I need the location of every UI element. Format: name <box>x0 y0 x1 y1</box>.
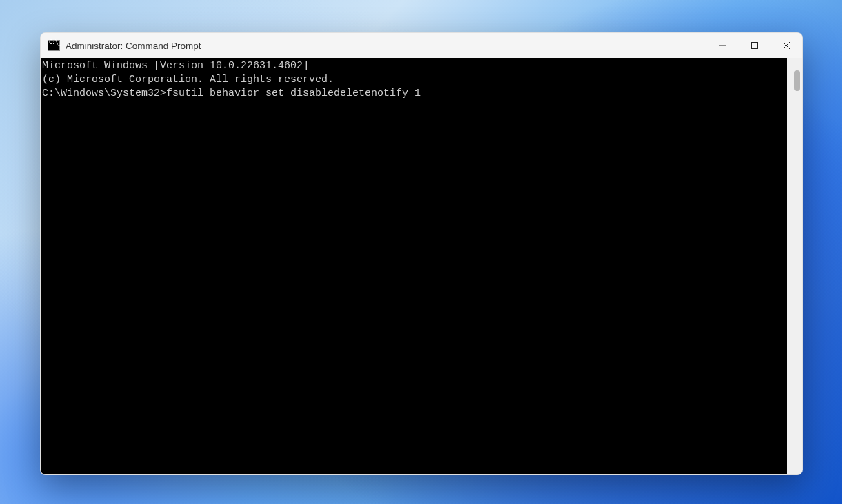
terminal-output[interactable]: Microsoft Windows [Version 10.0.22631.46… <box>41 58 787 474</box>
maximize-button[interactable] <box>739 33 770 58</box>
terminal-prompt-line: C:\Windows\System32>fsutil behavior set … <box>42 87 785 101</box>
maximize-icon <box>751 42 758 49</box>
titlebar[interactable]: Administrator: Command Prompt <box>41 33 802 58</box>
terminal-client-area: Microsoft Windows [Version 10.0.22631.46… <box>41 58 802 474</box>
command-prompt-window: Administrator: Command Prompt <box>40 32 803 475</box>
svg-rect-1 <box>752 43 758 49</box>
minimize-icon <box>719 42 726 49</box>
cmd-icon <box>48 40 60 51</box>
scrollbar-track[interactable] <box>787 58 802 474</box>
terminal-line: Microsoft Windows [Version 10.0.22631.46… <box>42 59 785 73</box>
scrollbar-thumb[interactable] <box>794 70 800 91</box>
window-title: Administrator: Command Prompt <box>66 41 707 51</box>
minimize-button[interactable] <box>707 33 739 58</box>
terminal-line: (c) Microsoft Corporation. All rights re… <box>42 73 785 87</box>
window-controls <box>707 33 802 58</box>
terminal-prompt: C:\Windows\System32> <box>42 88 166 99</box>
desktop-wallpaper: Administrator: Command Prompt <box>0 0 842 504</box>
terminal-command: fsutil behavior set disabledeletenotify … <box>166 88 421 99</box>
close-icon <box>783 42 790 49</box>
close-button[interactable] <box>770 33 802 58</box>
